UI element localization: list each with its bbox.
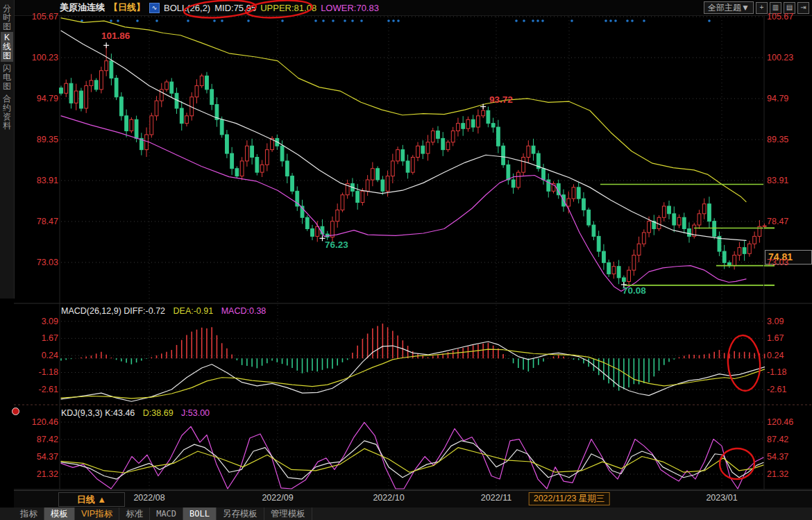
svg-text:0.24: 0.24 [42, 351, 58, 360]
svg-text:94.79: 94.79 [767, 94, 788, 103]
svg-text:94.79: 94.79 [37, 94, 58, 103]
red-circle-annotations [183, 0, 761, 480]
event-dots-layer [81, 19, 711, 22]
bottom-tab-管理模板[interactable]: 管理模板 [264, 508, 312, 520]
move-icon[interactable]: + [756, 2, 768, 14]
svg-text:-2.61: -2.61 [39, 385, 59, 394]
kdj-j-value: J:53.00 [181, 408, 210, 418]
macd-layer [61, 324, 765, 401]
period-tag: 【日线】 [109, 1, 145, 14]
sidebar-item-tab[interactable]: 合约资料 [1, 93, 13, 132]
boll-mid-value: MID:75.95 [214, 3, 256, 13]
svg-text:100.23: 100.23 [32, 53, 58, 62]
period-selector-button[interactable]: 日线 ▲ [58, 492, 125, 507]
price-chart-canvas[interactable]: 105.67105.67100.23100.2394.7994.7989.358… [0, 0, 812, 520]
svg-text:100.23: 100.23 [767, 53, 793, 62]
kdj-legend: KDJ(9,3,3) K:43.46 D:38.69 J:53.00 [61, 408, 215, 418]
svg-text:73.03: 73.03 [37, 258, 58, 267]
sidebar-item-active[interactable]: K线图 [1, 32, 13, 62]
bottom-tab-另存模板[interactable]: 另存模板 [217, 508, 264, 520]
svg-text:89.35: 89.35 [767, 135, 788, 144]
date-tick-label: 2022/11 [481, 493, 511, 503]
svg-text:1.67: 1.67 [767, 333, 784, 343]
indicator-icon: ∿ [149, 3, 160, 13]
bottom-tab-MACD[interactable]: MACD [150, 508, 183, 520]
svg-text:70.08: 70.08 [623, 285, 646, 296]
kdj-layer [61, 422, 763, 489]
macd-dea-value: DEA:-0.91 [174, 306, 214, 316]
svg-text:87.42: 87.42 [767, 435, 788, 444]
macd-legend: MACD(26,12,9) DIFF:-0.72 DEA:-0.91 MACD:… [61, 306, 271, 316]
date-tick-label: 2022/09 [262, 493, 293, 503]
axis-right-icon[interactable]: ▤ [784, 2, 795, 14]
boll-lower-value: LOWER:70.83 [321, 3, 379, 13]
grid-layer [14, 15, 812, 489]
app-window: 美原油连续 【日线】 ∿ BOLL(26,2) MID:75.95 UPPER:… [0, 0, 812, 520]
kdj-d-value: D:38.69 [143, 408, 174, 418]
crosshair-date-label: 2022/11/23 星期三 [529, 492, 610, 505]
date-tick-label: 2022/08 [133, 493, 164, 503]
sidebar-item-tab[interactable]: 闪电图 [1, 62, 13, 92]
svg-text:78.47: 78.47 [37, 217, 58, 226]
svg-text:54.37: 54.37 [767, 452, 788, 462]
chart-title-bar: 美原油连续 【日线】 ∿ BOLL(26,2) MID:75.95 UPPER:… [14, 0, 812, 16]
svg-text:89.35: 89.35 [37, 135, 58, 144]
boll-indicator-label: BOLL(26,2) [164, 3, 210, 13]
boll-lines-layer [61, 18, 746, 292]
bottom-tab-模板[interactable]: 模板 [44, 508, 75, 520]
indicator-tab-bar: 指标模板VIP指标标准MACDBOLL另存模板管理模板 [0, 508, 812, 520]
boll-upper-value: UPPER:81.08 [260, 3, 316, 13]
bottom-tab-BOLL[interactable]: BOLL [183, 508, 217, 520]
drawn-lines-layer [600, 185, 775, 285]
svg-text:76.23: 76.23 [325, 240, 348, 250]
bottom-tab-VIP指标[interactable]: VIP指标 [75, 508, 119, 520]
chart-type-sidebar: 分时图K线图闪电图合约资料 [0, 0, 15, 299]
bottom-tab-指标[interactable]: 指标 [14, 508, 44, 520]
date-tick-label: 2023/01 [706, 493, 737, 503]
svg-text:78.47: 78.47 [767, 217, 788, 226]
kdj-settings-icon[interactable] [12, 408, 19, 415]
symbol-name: 美原油连续 [60, 1, 105, 14]
svg-text:21.32: 21.32 [37, 469, 58, 479]
svg-text:0.24: 0.24 [767, 351, 784, 360]
exit-icon[interactable]: ⇥ [797, 2, 809, 14]
price-annotations-layer: 101.8693.7276.2370.08 [101, 31, 646, 296]
svg-text:-2.61: -2.61 [767, 385, 787, 394]
candles-layer [60, 45, 766, 285]
macd-macd-value: MACD:0.38 [221, 306, 267, 316]
axis-left-icon[interactable]: ▥ [770, 2, 781, 14]
bottom-tab-标准[interactable]: 标准 [119, 508, 150, 520]
svg-text:120.46: 120.46 [32, 417, 58, 427]
svg-text:54.37: 54.37 [37, 452, 58, 462]
svg-text:3.09: 3.09 [767, 317, 784, 326]
topbar-controls: 全部主题▼ +▥▤⇥ [704, 1, 809, 14]
last-price-badge: 74.81 [765, 250, 812, 265]
svg-text:101.86: 101.86 [101, 31, 130, 41]
svg-text:-1.18: -1.18 [39, 367, 59, 377]
svg-text:120.46: 120.46 [767, 417, 793, 427]
svg-text:-1.18: -1.18 [767, 367, 787, 377]
theme-dropdown[interactable]: 全部主题▼ [704, 1, 754, 14]
svg-text:3.09: 3.09 [42, 317, 58, 326]
svg-text:1.67: 1.67 [42, 333, 58, 343]
svg-text:87.42: 87.42 [37, 435, 58, 444]
svg-text:93.72: 93.72 [489, 94, 513, 105]
svg-text:21.32: 21.32 [767, 469, 788, 479]
date-axis-bar: 日线 ▲ 2022/082022/092022/102022/112022/11… [14, 490, 812, 508]
macd-diff-value: MACD(26,12,9) DIFF:-0.72 [61, 306, 165, 316]
date-tick-label: 2022/10 [373, 493, 404, 503]
kdj-k-value: KDJ(9,3,3) K:43.46 [61, 408, 135, 418]
window-icon-group: +▥▤⇥ [756, 2, 809, 14]
svg-text:83.91: 83.91 [37, 176, 58, 185]
svg-text:83.91: 83.91 [767, 176, 788, 185]
sidebar-item-tab[interactable]: 分时图 [1, 3, 13, 33]
